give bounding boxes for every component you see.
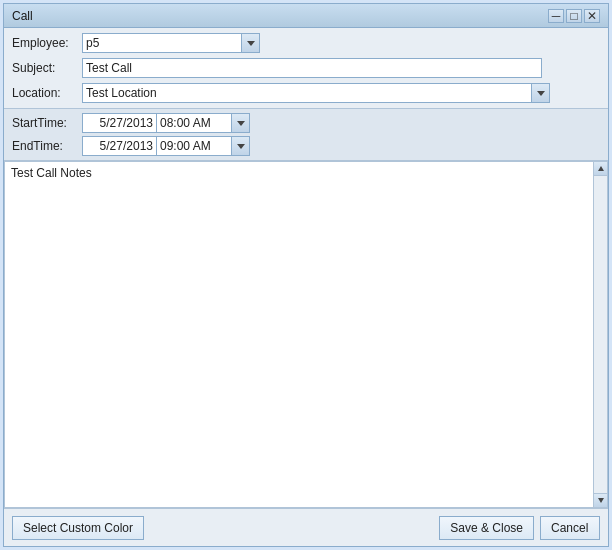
end-time-label: EndTime: xyxy=(12,139,82,153)
notes-textarea[interactable]: Test Call Notes xyxy=(5,162,593,507)
scroll-up-icon xyxy=(598,166,604,171)
title-controls: ─ □ ✕ xyxy=(548,9,600,23)
minimize-button[interactable]: ─ xyxy=(548,9,564,23)
footer: Select Custom Color Save & Close Cancel xyxy=(4,508,608,546)
employee-row: Employee: xyxy=(12,32,600,54)
location-dropdown-button[interactable] xyxy=(532,83,550,103)
end-time-row: EndTime: xyxy=(12,136,600,156)
location-row: Location: xyxy=(12,82,600,104)
datetime-section: StartTime: EndTime: xyxy=(4,109,608,161)
scroll-up-button[interactable] xyxy=(594,162,608,176)
subject-label: Subject: xyxy=(12,61,82,75)
end-time-dropdown-button[interactable] xyxy=(232,136,250,156)
end-time-dropdown-arrow-icon xyxy=(237,144,245,149)
scroll-down-icon xyxy=(598,498,604,503)
end-time-input[interactable] xyxy=(157,136,232,156)
start-time-dropdown-button[interactable] xyxy=(232,113,250,133)
employee-input[interactable] xyxy=(82,33,242,53)
location-input[interactable] xyxy=(82,83,532,103)
close-button[interactable]: ✕ xyxy=(584,9,600,23)
form-section: Employee: Subject: Location: xyxy=(4,28,608,109)
scrollbar-track xyxy=(593,162,607,507)
start-time-dropdown-arrow-icon xyxy=(237,121,245,126)
select-custom-color-button[interactable]: Select Custom Color xyxy=(12,516,144,540)
employee-label: Employee: xyxy=(12,36,82,50)
window-title: Call xyxy=(12,9,33,23)
start-time-row: StartTime: xyxy=(12,113,600,133)
call-dialog: Call ─ □ ✕ Employee: Subject: Loca xyxy=(3,3,609,547)
subject-input[interactable] xyxy=(82,58,542,78)
location-label: Location: xyxy=(12,86,82,100)
subject-row: Subject: xyxy=(12,57,600,79)
title-bar: Call ─ □ ✕ xyxy=(4,4,608,28)
start-time-label: StartTime: xyxy=(12,116,82,130)
notes-section: Test Call Notes xyxy=(4,161,608,508)
location-dropdown-arrow-icon xyxy=(537,91,545,96)
save-close-button[interactable]: Save & Close xyxy=(439,516,534,540)
start-date-input[interactable] xyxy=(82,113,157,133)
cancel-button[interactable]: Cancel xyxy=(540,516,600,540)
scroll-down-button[interactable] xyxy=(594,493,608,507)
start-time-input[interactable] xyxy=(157,113,232,133)
end-date-input[interactable] xyxy=(82,136,157,156)
footer-actions: Save & Close Cancel xyxy=(439,516,600,540)
employee-dropdown-button[interactable] xyxy=(242,33,260,53)
maximize-button[interactable]: □ xyxy=(566,9,582,23)
employee-dropdown-arrow-icon xyxy=(247,41,255,46)
